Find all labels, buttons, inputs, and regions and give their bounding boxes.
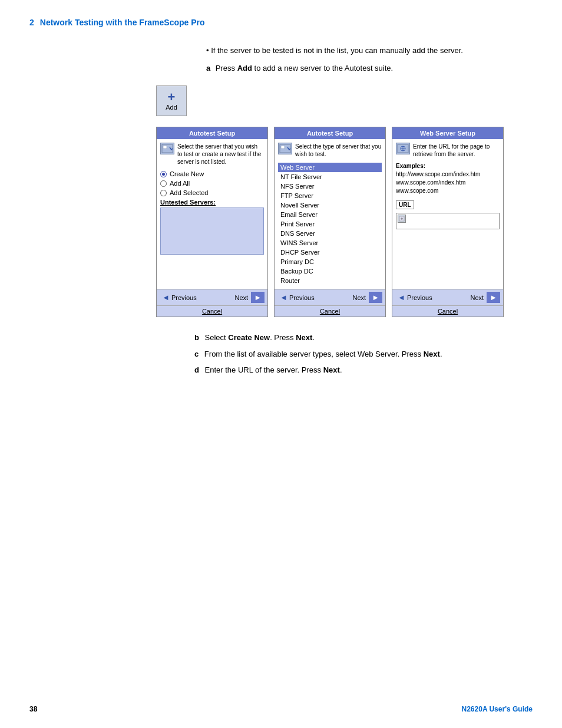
panel2-cancel-button[interactable]: Cancel (320, 308, 340, 315)
panel2-title: Autotest Setup (275, 127, 385, 139)
radio-add-all[interactable]: Add All (160, 180, 264, 187)
panel1-cancel-button[interactable]: Cancel (202, 308, 222, 315)
panel2-cancel-row: Cancel (275, 305, 385, 317)
panel3-body: Enter the URL for the page to retrieve f… (392, 139, 503, 289)
panel3-cancel-button[interactable]: Cancel (438, 308, 458, 315)
add-plus-icon: + (168, 91, 176, 104)
add-button[interactable]: + Add (156, 85, 187, 116)
instructions-area: b Select Create New. Press Next. c From … (194, 332, 533, 376)
instr-c-text: From the list of available server types,… (204, 350, 442, 358)
panel3-prev-label: Previous (407, 294, 432, 301)
panel3-title: Web Server Setup (392, 127, 503, 139)
panel1-next-group: Next ► (232, 292, 265, 303)
panel3-icon (396, 143, 410, 154)
panel3-cancel-row: Cancel (392, 305, 503, 317)
panel3-prev-arrow-icon: ◄ (398, 293, 405, 302)
panel1-cancel-row: Cancel (157, 305, 267, 317)
url-label: URL (396, 200, 414, 209)
instr-c-label: c (194, 350, 199, 358)
sub-label-a: a (206, 64, 210, 73)
instruction-c: c From the list of available server type… (194, 348, 533, 360)
panel1-icon (160, 143, 174, 154)
server-item-backupdc[interactable]: Backup DC (278, 266, 382, 276)
footer-guide-title: N2620A User's Guide (462, 705, 533, 713)
panel2-prev-button[interactable]: ◄ Previous (277, 292, 317, 303)
chapter-number: 2 (29, 18, 34, 27)
content-area: • If the server to be tested is not in t… (194, 45, 533, 74)
panel1-body: Select the server that you wish to test … (157, 139, 267, 289)
panel1-icon-row: Select the server that you wish to test … (160, 143, 264, 166)
panel2-next-arrow-icon[interactable]: ► (369, 292, 382, 303)
panel2-prev-arrow-icon: ◄ (280, 293, 287, 302)
url-input-icon (398, 215, 406, 223)
panel1-prev-arrow-icon: ◄ (162, 293, 170, 302)
panel3-nav-bar: ◄ Previous Next ► (392, 289, 503, 305)
panel3-icon-row: Enter the URL for the page to retrieve f… (396, 143, 500, 158)
server-item-dns[interactable]: DNS Server (278, 229, 382, 238)
panel2-body: Select the type of server that you wish … (275, 139, 385, 289)
screenshots-row: Autotest Setup Select the server that yo… (156, 127, 533, 317)
server-item-nt[interactable]: NT File Server (278, 172, 382, 182)
svg-rect-1 (163, 146, 167, 149)
bullet-text: • If the server to be tested is not in t… (206, 45, 533, 57)
instr-d-label: d (194, 365, 199, 374)
panel3-desc: Enter the URL for the page to retrieve f… (413, 143, 500, 158)
panel1-desc: Select the server that you wish to test … (177, 143, 264, 166)
footer-page-number: 38 (29, 705, 37, 713)
instr-d-text: Enter the URL of the server. Press Next. (205, 365, 342, 374)
server-item-router[interactable]: Router (278, 276, 382, 285)
instruction-d: d Enter the URL of the server. Press Nex… (194, 364, 533, 376)
panel-web-server-setup: Web Server Setup Enter the URL for the p… (392, 127, 504, 317)
server-item-dhcp[interactable]: DHCP Server (278, 248, 382, 257)
radio-add-selected-circle (160, 190, 167, 196)
instruction-b: b Select Create New. Press Next. (194, 332, 533, 344)
server-list: Web Server NT File Server NFS Server FTP… (278, 163, 382, 285)
panel1-next-label[interactable]: Next (232, 292, 252, 303)
untested-label: Untested Servers: (160, 199, 264, 206)
server-item-wins[interactable]: WINS Server (278, 238, 382, 248)
radio-create-new-circle (160, 171, 167, 177)
panel2-prev-label: Previous (289, 294, 315, 301)
server-item-primarydc[interactable]: Primary DC (278, 257, 382, 266)
sub-item-a: a Press Add to add a new server to the A… (206, 62, 533, 74)
page-header: 2 Network Testing with the FrameScope Pr… (29, 18, 533, 27)
panel3-next-arrow-icon[interactable]: ► (487, 292, 500, 303)
add-button-container: + Add (156, 85, 533, 116)
svg-rect-3 (281, 146, 285, 149)
add-label: Add (166, 104, 177, 111)
url-input-field[interactable] (396, 213, 500, 229)
radio-add-selected-label: Add Selected (170, 189, 208, 196)
panel3-next-label[interactable]: Next (468, 292, 487, 303)
panel1-prev-label: Previous (171, 294, 197, 301)
examples-text: http://www.scope.com/index.htmwww.scope.… (396, 170, 500, 195)
panel1-nav-bar: ◄ Previous Next ► (157, 289, 267, 305)
page-footer: 38 N2620A User's Guide (29, 705, 533, 713)
server-item-web[interactable]: Web Server (278, 163, 382, 172)
radio-add-selected[interactable]: Add Selected (160, 189, 264, 196)
radio-create-new[interactable]: Create New (160, 170, 264, 177)
untested-list (160, 207, 264, 255)
instr-b-label: b (194, 333, 199, 342)
radio-create-new-label: Create New (170, 170, 204, 177)
panel2-icon-row: Select the type of server that you wish … (278, 143, 382, 158)
server-item-ftp[interactable]: FTP Server (278, 191, 382, 200)
server-item-email[interactable]: Email Server (278, 210, 382, 219)
panel2-desc: Select the type of server that you wish … (295, 143, 382, 158)
panel-autotest-server-select: Autotest Setup Select the server that yo… (156, 127, 268, 317)
examples-label: Examples: (396, 163, 500, 169)
panel2-next-group: Next ► (350, 292, 383, 303)
panel3-prev-button[interactable]: ◄ Previous (395, 292, 435, 303)
panel1-next-arrow-icon[interactable]: ► (251, 292, 265, 303)
panel2-next-label[interactable]: Next (350, 292, 369, 303)
server-item-nfs[interactable]: NFS Server (278, 182, 382, 191)
panel3-next-group: Next ► (468, 292, 501, 303)
panel2-nav-bar: ◄ Previous Next ► (275, 289, 385, 305)
bullet-symbol: • (206, 46, 211, 55)
server-item-print[interactable]: Print Server (278, 219, 382, 229)
panel1-title: Autotest Setup (157, 127, 267, 139)
page: 2 Network Testing with the FrameScope Pr… (0, 0, 562, 728)
panel-autotest-server-type: Autotest Setup Select the type of server… (274, 127, 386, 317)
radio-add-all-label: Add All (170, 180, 190, 187)
server-item-novell[interactable]: Novell Server (278, 200, 382, 210)
panel1-prev-button[interactable]: ◄ Previous (160, 292, 199, 303)
